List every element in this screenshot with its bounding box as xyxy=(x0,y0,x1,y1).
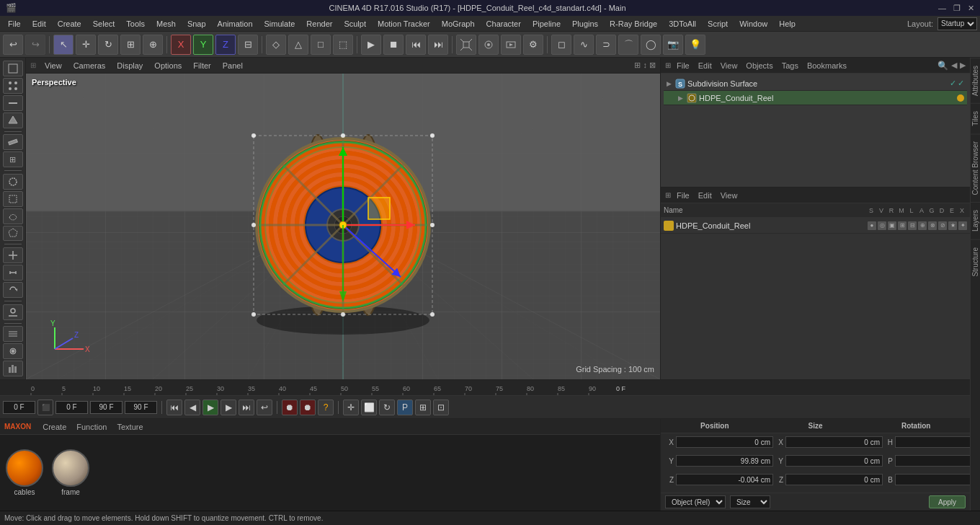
menu-snap[interactable]: Snap xyxy=(182,18,211,30)
viewport[interactable]: HDPE CONDUIT ♻ xyxy=(26,74,660,379)
ikeys-btn[interactable]: P xyxy=(397,400,413,415)
expand-icon[interactable]: ▶ xyxy=(667,80,672,87)
current-frame-input[interactable] xyxy=(3,401,35,414)
apply-button[interactable]: Apply xyxy=(929,495,966,508)
floor-snap-btn[interactable] xyxy=(3,304,23,320)
material-frame[interactable]: frame xyxy=(52,449,89,496)
icon-s[interactable]: ● xyxy=(868,221,876,230)
icon-g[interactable]: ⊗ xyxy=(928,221,937,230)
layout-select[interactable]: Startup xyxy=(937,17,977,30)
menu-edit[interactable]: Edit xyxy=(27,18,51,30)
obj-tags-menu[interactable]: Tags xyxy=(779,61,801,71)
menu-pipeline[interactable]: Pipeline xyxy=(527,18,566,30)
texture-axis-btn[interactable]: ⊞ xyxy=(3,151,23,167)
prev-frame-button[interactable]: ⏮ xyxy=(406,35,426,55)
polygon-mode-button[interactable]: □ xyxy=(311,35,331,55)
scale-tool-button[interactable]: ⊞ xyxy=(120,35,141,55)
obj-bookmarks-menu[interactable]: Bookmarks xyxy=(804,61,850,71)
playback-button[interactable]: ▶ xyxy=(361,35,381,55)
cameras-menu[interactable]: Cameras xyxy=(71,61,109,71)
redo-button[interactable]: ↪ xyxy=(25,35,45,55)
table-row-hdpe[interactable]: HDPE_Conduit_Reel ● ◎ ▣ ⊞ ⊟ ⊕ ⊗ ⊘ ★ xyxy=(661,218,970,234)
texture-mode-btn[interactable] xyxy=(3,134,23,150)
menu-vraybridge[interactable]: R-Ray Bridge xyxy=(605,18,662,30)
freehand-selection-btn[interactable] xyxy=(3,208,23,224)
menu-help[interactable]: Help xyxy=(774,18,801,30)
y-axis-button[interactable]: Y xyxy=(193,35,213,55)
mat-function-menu[interactable]: Function xyxy=(74,422,110,432)
obj-file-menu[interactable]: File xyxy=(674,61,692,71)
menu-3dtoall[interactable]: 3DToAll xyxy=(664,18,701,30)
primitives-button[interactable]: ◻ xyxy=(551,35,571,55)
menu-sculpt[interactable]: Sculpt xyxy=(339,18,371,30)
fps-input[interactable] xyxy=(125,401,157,414)
pos-y-input[interactable] xyxy=(676,455,773,467)
edge-mode-button[interactable]: △ xyxy=(288,35,308,55)
view-menu[interactable]: View xyxy=(42,61,65,71)
obj-objects-menu[interactable]: Objects xyxy=(743,61,775,71)
rot-p-input[interactable] xyxy=(895,455,970,467)
menu-script[interactable]: Script xyxy=(703,18,733,30)
subdivision-surface-item[interactable]: ▶ S Subdivision Surface ✓ ✓ xyxy=(664,76,967,91)
display-btn[interactable] xyxy=(3,343,23,359)
display-menu[interactable]: Display xyxy=(114,61,146,71)
stop-button[interactable]: ⏹ xyxy=(383,35,404,55)
next-frame-btn2[interactable]: ▶ xyxy=(220,400,236,415)
object-mode-button[interactable]: ◇ xyxy=(266,35,286,55)
deformer-button[interactable]: ⌒ xyxy=(618,35,638,55)
spline-button[interactable]: ∿ xyxy=(574,35,594,55)
active-render-button[interactable] xyxy=(501,35,521,55)
options-menu[interactable]: Options xyxy=(151,61,184,71)
menu-create[interactable]: Create xyxy=(53,18,86,30)
play-btn[interactable]: ▶ xyxy=(202,400,218,415)
layers-tab[interactable]: Layers xyxy=(971,202,980,239)
menu-mesh[interactable]: Mesh xyxy=(151,18,181,30)
record-btn[interactable]: ⏺ xyxy=(282,400,298,415)
structure-tab[interactable]: Structure xyxy=(971,239,980,284)
light-button[interactable]: 💡 xyxy=(685,35,705,55)
rotate-snap-btn[interactable] xyxy=(3,282,23,298)
polygon-mode-btn[interactable] xyxy=(3,112,23,128)
rectangle-selection-btn[interactable] xyxy=(3,191,23,207)
menu-plugins[interactable]: Plugins xyxy=(567,18,603,30)
icon-a[interactable]: ⊕ xyxy=(918,221,927,230)
record-active-btn[interactable]: ⏺ xyxy=(300,400,316,415)
rot-b-input[interactable] xyxy=(895,474,970,485)
z-axis-button[interactable]: Z xyxy=(215,35,236,55)
perspective-button[interactable] xyxy=(456,35,476,55)
icon-m[interactable]: ⊞ xyxy=(898,221,906,230)
goto-start-btn[interactable]: ⏮ xyxy=(166,400,182,415)
model-mode-btn[interactable] xyxy=(3,61,23,76)
nurbs-button[interactable]: ⊃ xyxy=(596,35,616,55)
menu-window[interactable]: Window xyxy=(734,18,772,30)
frame-material-ball[interactable] xyxy=(52,449,89,487)
environment-button[interactable]: ◯ xyxy=(641,35,661,55)
grid-btn[interactable]: ⊞ xyxy=(415,400,431,415)
menu-render[interactable]: Render xyxy=(301,18,337,30)
motion-snap-btn[interactable]: ✛ xyxy=(343,400,359,415)
edge-mode-btn[interactable] xyxy=(3,95,23,111)
panel-menu[interactable]: Panel xyxy=(220,61,246,71)
start-frame-input[interactable] xyxy=(55,401,88,414)
render-view-button[interactable] xyxy=(478,35,499,55)
icon-e[interactable]: ★ xyxy=(948,221,957,230)
obj-view-menu[interactable]: View xyxy=(718,61,741,71)
mat-create-menu[interactable]: Create xyxy=(40,422,69,432)
tiles-tab[interactable]: Tiles xyxy=(971,103,980,133)
loop-btn[interactable]: ↩ xyxy=(257,400,272,415)
polygon-selection-btn[interactable] xyxy=(3,226,23,242)
close-button[interactable]: ✕ xyxy=(968,4,974,13)
menu-motiontracker[interactable]: Motion Tracker xyxy=(373,18,435,30)
obj-edit-menu[interactable]: Edit xyxy=(695,61,715,71)
pos-x-input[interactable] xyxy=(676,436,773,448)
obj-next-btn[interactable]: ▶ xyxy=(960,61,966,70)
icon-r[interactable]: ▣ xyxy=(888,221,896,230)
transform-tool-button[interactable]: ⊕ xyxy=(143,35,163,55)
icon-v[interactable]: ◎ xyxy=(878,221,886,230)
render-settings-button[interactable]: ⚙ xyxy=(523,35,543,55)
content-browser-tab[interactable]: Content Browser xyxy=(971,133,980,202)
next-frame-button[interactable]: ⏭ xyxy=(428,35,448,55)
select-tool-button[interactable]: ↖ xyxy=(53,35,74,55)
uv-mode-button[interactable]: ⬚ xyxy=(333,35,353,55)
mixdown-btn[interactable] xyxy=(3,361,23,376)
